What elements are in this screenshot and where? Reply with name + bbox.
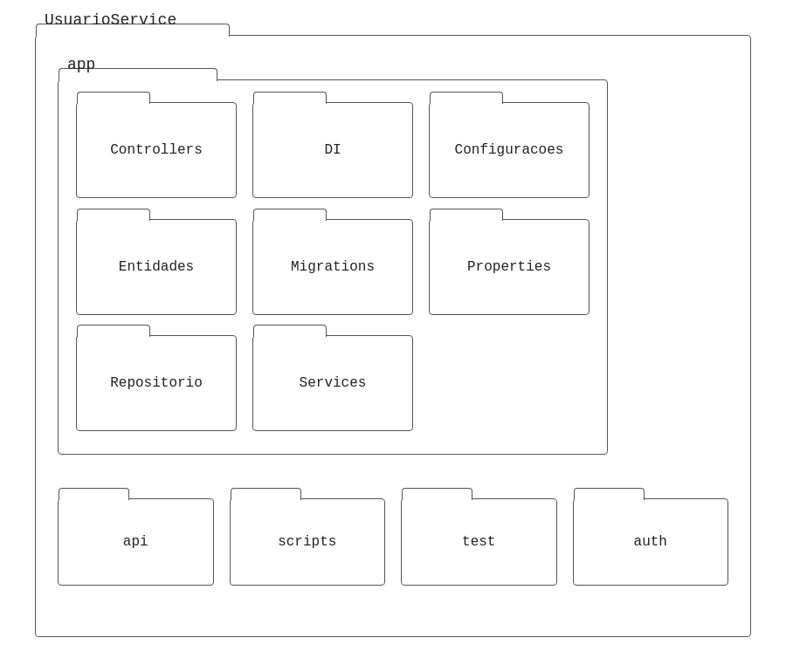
folder-app-label: app: [67, 56, 95, 73]
folder-item-di[interactable]: DI: [252, 102, 413, 198]
folder-item-properties[interactable]: Properties: [429, 219, 590, 315]
folder-item-repositorio[interactable]: Repositorio: [76, 335, 237, 431]
folder-item-api[interactable]: api: [58, 498, 214, 586]
folder-item-controllers[interactable]: Controllers: [76, 102, 237, 198]
bottom-row: api scripts test auth: [58, 498, 728, 586]
folder-item-scripts[interactable]: scripts: [230, 498, 386, 586]
folder-root: UsuarioService app Controllers DI Config…: [35, 35, 751, 637]
folder-item-auth[interactable]: auth: [573, 498, 729, 586]
folder-root-label: UsuarioService: [45, 11, 176, 29]
folder-item-configuracoes[interactable]: Configuracoes: [429, 102, 590, 198]
folder-item-services[interactable]: Services: [252, 335, 413, 431]
folder-item-migrations[interactable]: Migrations: [252, 219, 413, 315]
scene: UsuarioService app Controllers DI Config…: [17, 17, 769, 655]
folder-item-entidades[interactable]: Entidades: [76, 219, 237, 315]
folder-app: app Controllers DI Configuracoes Entidad…: [58, 79, 608, 455]
folder-item-test[interactable]: test: [401, 498, 557, 586]
